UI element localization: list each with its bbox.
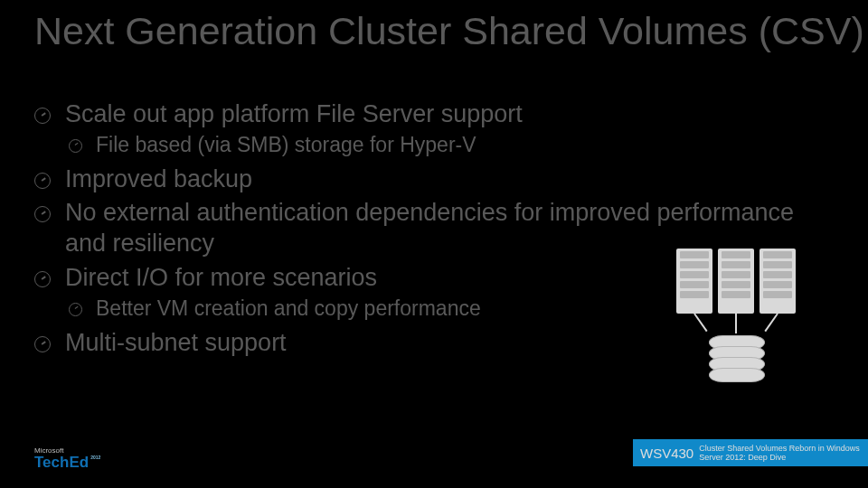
session-code: WSV430 <box>640 446 693 461</box>
bullet-item: Scale out app platform File Server suppo… <box>34 99 830 159</box>
storage-stack-icon <box>709 335 763 386</box>
connector-icon <box>764 313 778 332</box>
cluster-diagram-icon <box>676 249 830 393</box>
bullet-text: Improved backup <box>65 165 252 192</box>
sub-bullet-item: File based (via SMB) storage for Hyper-V <box>69 132 830 159</box>
sub-list: File based (via SMB) storage for Hyper-V <box>65 132 830 159</box>
session-title: Cluster Shared Volumes Reborn in Windows… <box>699 444 861 463</box>
sub-bullet-text: Better VM creation and copy performance <box>96 296 481 320</box>
brand-logo: Microsoft TechEd2012 <box>34 446 100 470</box>
brand-year: 2012 <box>90 455 100 460</box>
brand-label: TechEd2012 <box>34 455 100 470</box>
bullet-text: Direct I/O for more scenarios <box>65 264 377 291</box>
slide-title: Next Generation Cluster Shared Volumes (… <box>34 9 864 53</box>
bullet-text: Scale out app platform File Server suppo… <box>65 100 523 127</box>
slide: Next Generation Cluster Shared Volumes (… <box>0 0 868 488</box>
bullet-text: Multi-subnet support <box>65 329 287 356</box>
bullet-item: Improved backup <box>34 164 830 195</box>
session-ribbon: WSV430 Cluster Shared Volumes Reborn in … <box>633 439 868 466</box>
server-icon <box>718 249 754 314</box>
server-icon <box>760 249 796 314</box>
sub-bullet-text: File based (via SMB) storage for Hyper-V <box>96 133 476 156</box>
connector-icon <box>735 314 737 333</box>
brand-text: TechEd <box>34 454 89 471</box>
server-icon <box>676 249 712 314</box>
connector-icon <box>693 313 707 332</box>
